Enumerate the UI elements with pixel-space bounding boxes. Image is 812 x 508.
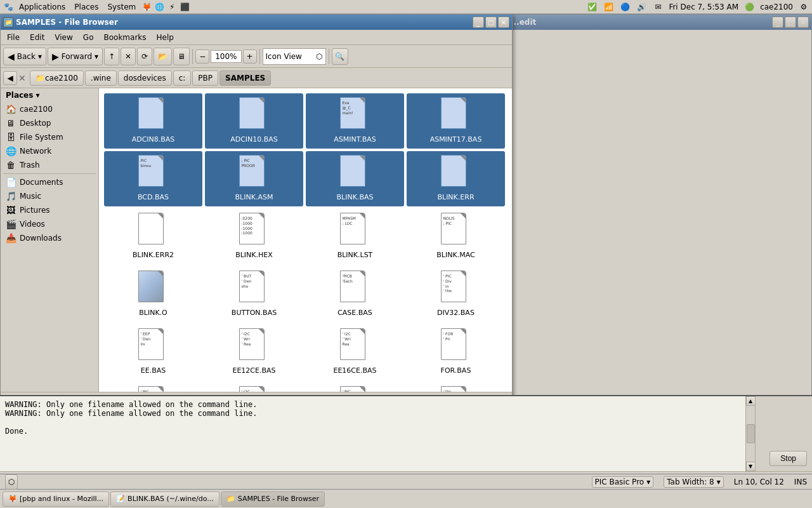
file-item[interactable]: Exa@_Cmain! ASMINT.BAS [306, 93, 404, 149]
power-icon[interactable]: ⚙ [798, 1, 809, 13]
file-view[interactable]: ADCIN8.BAS ADCIN10.BAS Exa@_Cmain! ASMIN… [99, 88, 512, 392]
file-label: EE16CE.BAS [331, 365, 379, 376]
sidebar-label-desktop: Desktop [20, 119, 51, 128]
up-button[interactable]: ↑ [104, 48, 119, 65]
file-menu[interactable]: File [2, 32, 25, 43]
file-item[interactable]: ' PIC' LCD LCD.BAS [306, 382, 404, 392]
back-button[interactable]: ◀ Back ▾ [3, 48, 46, 65]
file-item[interactable]: ;0200:1000:1000:1000 BLINK.HEX [205, 209, 303, 264]
zoom-out-button[interactable]: − [195, 50, 209, 64]
view-selector[interactable]: Icon View ⬡ [263, 48, 326, 65]
stop-button[interactable]: Stop [769, 451, 807, 466]
breadcrumb-pbp[interactable]: PBP [192, 70, 218, 86]
bluetooth-icon[interactable]: ⚡ [166, 1, 178, 13]
file-item[interactable]: ' I2C' WriRea I2C.BAS [205, 382, 303, 392]
edit-menu[interactable]: Edit [25, 32, 49, 43]
taskbar-blink-label: BLINK.BAS (~/.wine/do... [128, 495, 214, 503]
places-header[interactable]: Places ▾ [1, 88, 98, 102]
breadcrumb-samples[interactable]: SAMPLES [219, 70, 271, 86]
start-icon[interactable]: ⬡ [5, 474, 18, 490]
sidebar-item-filesystem[interactable]: 🗄 File System [1, 130, 98, 144]
taskbar-blink[interactable]: 📝 BLINK.BAS (~/.wine/do... [110, 491, 219, 507]
taskbar-samples[interactable]: 📁 SAMPLES - File Browser [221, 491, 325, 507]
computer-button[interactable]: 🖥 [173, 48, 190, 65]
view-menu[interactable]: View [49, 32, 77, 43]
search-button[interactable]: 🔍 [332, 48, 348, 65]
sidebar-item-videos[interactable]: 🎬 Videos [1, 217, 98, 231]
firefox-icon[interactable]: 🦊 [141, 1, 152, 13]
shell-scroll-thumb[interactable] [747, 424, 755, 443]
terminal-icon[interactable]: ⬛ [179, 1, 190, 13]
go-menu[interactable]: Go [78, 32, 99, 43]
forward-button[interactable]: ▶ Forward ▾ [48, 48, 103, 65]
applications-menu[interactable]: Applications [15, 1, 69, 13]
forward-label: Forward [62, 52, 92, 61]
taskbar-samples-label: SAMPLES - File Browser [238, 495, 319, 503]
file-item[interactable]: ADCIN10.BAS [205, 93, 303, 149]
file-item[interactable]: PICbinou BCD.BAS [104, 151, 202, 206]
zoom-in-button[interactable]: + [243, 50, 257, 64]
language-selector[interactable]: PIC Basic Pro ▾ [592, 476, 654, 488]
file-icon-wrapper [340, 155, 370, 190]
file-item[interactable]: ASMINT17.BAS [407, 93, 505, 149]
file-item[interactable]: ADCIN8.BAS [104, 93, 202, 149]
taskbar-mozilla[interactable]: 🦊 [pbp and linux - Mozill... [3, 491, 109, 507]
close-btn[interactable]: ✕ [498, 17, 509, 28]
file-page: ' PICcharv [138, 386, 164, 392]
file-item[interactable]: BLINK.ERR [407, 151, 505, 206]
stop-button[interactable]: ✕ [121, 48, 136, 65]
places-menu[interactable]: Places [70, 1, 102, 13]
back-label: Back [17, 52, 36, 61]
file-item[interactable]: ' BUT' Densho BUTTON.BAS [205, 267, 303, 322]
breadcrumb-c[interactable]: c: [173, 70, 192, 86]
editor-maximize-btn[interactable]: □ [785, 17, 796, 28]
breadcrumb-dosdevices[interactable]: dosdevices [118, 70, 172, 86]
network-icon[interactable]: 🌐 [154, 1, 165, 13]
mozilla-icon: 🦊 [8, 495, 17, 503]
system-menu[interactable]: System [103, 1, 140, 13]
help-menu[interactable]: Help [152, 32, 179, 43]
shell-scroll-up[interactable]: ▲ [746, 396, 756, 406]
music-icon: 🎵 [6, 191, 16, 201]
file-icon-wrapper: ' I2C' Wri' Rea [239, 328, 270, 364]
editor-minimize-btn[interactable]: _ [772, 17, 783, 28]
editor-close-btn[interactable]: ✕ [797, 17, 809, 28]
zoom-value: 100% [211, 50, 241, 63]
sidebar-label-network: Network [20, 147, 51, 156]
sidebar-item-cae2100[interactable]: 🏠 cae2100 [1, 102, 98, 116]
places-toggle[interactable]: ◀ [3, 71, 17, 85]
sidebar-item-downloads[interactable]: 📥 Downloads [1, 231, 98, 245]
file-item[interactable]: ' FOR' Pri FOR.BAS [407, 324, 505, 380]
file-item[interactable]: ' PIC' Div' in' the DIV32.BAS [407, 267, 505, 322]
maximize-btn[interactable]: □ [485, 17, 497, 28]
sidebar-item-desktop[interactable]: 🖥 Desktop [1, 116, 98, 130]
file-item[interactable]: BLINK.ERR2 [104, 209, 202, 264]
file-item[interactable]: ; PICPROGR BLINK.ASM [205, 151, 303, 206]
bookmarks-menu[interactable]: Bookmarks [98, 32, 151, 43]
sidebar-item-music[interactable]: 🎵 Music [1, 189, 98, 203]
sidebar-item-documents[interactable]: 📄 Documents [1, 175, 98, 189]
file-item[interactable]: BLINK.O [104, 267, 202, 322]
file-item[interactable]: BLINK.BAS [306, 151, 404, 206]
file-item[interactable]: ' Dis LOGIC.BAS [407, 382, 505, 392]
tab-width-selector[interactable]: Tab Width: 8 ▾ [664, 476, 724, 488]
sidebar-item-pictures[interactable]: 🖼 Pictures [1, 203, 98, 217]
file-icon-wrapper [138, 97, 169, 133]
file-item[interactable]: ' I2C' Wri' Rea EE12CE.BAS [205, 324, 303, 380]
location-button[interactable]: 📂 [154, 48, 172, 65]
reload-button[interactable]: ⟳ [137, 48, 152, 65]
sidebar-item-trash[interactable]: 🗑 Trash [1, 158, 98, 172]
minimize-btn[interactable]: _ [473, 17, 484, 28]
breadcrumb-wine[interactable]: .wine [85, 70, 117, 86]
file-label: BLINK.ERR2 [130, 250, 176, 260]
file-item[interactable]: ' I2C' WriRea EE16CE.BAS [306, 324, 404, 380]
file-item[interactable]: MPASM; LOC BLINK.LST [306, 209, 404, 264]
shell-scroll-down[interactable]: ▼ [746, 462, 756, 471]
file-item[interactable]: ' EEP' DenIni EE.BAS [104, 324, 202, 380]
places-close-icon[interactable]: ✕ [18, 73, 29, 83]
file-item[interactable]: ' PICcharv HSER.BAS [104, 382, 202, 392]
sidebar-item-network[interactable]: 🌐 Network [1, 144, 98, 158]
file-item[interactable]: NOLIS; PIC BLINK.MAC [407, 209, 505, 264]
breadcrumb-cae2100[interactable]: 📁 cae2100 [30, 70, 84, 86]
file-item[interactable]: 'PICB'Each CASE.BAS [306, 267, 404, 322]
